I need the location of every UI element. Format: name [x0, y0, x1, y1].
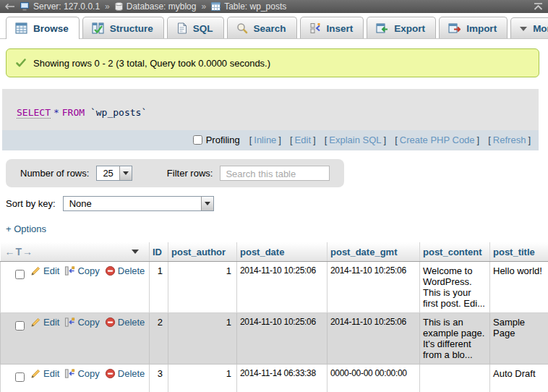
collapse-top-icon[interactable]	[533, 2, 544, 11]
inline-link[interactable]: Inline	[254, 135, 276, 145]
tab-more[interactable]: More	[510, 17, 548, 38]
table-row: EditCopyDelete 1 1 2014-11-10 10:25:06 2…	[1, 262, 548, 313]
cell-id: 1	[150, 262, 168, 313]
copy-link[interactable]: Copy	[77, 368, 99, 379]
bracket: [	[325, 135, 327, 145]
tab-export-label: Export	[394, 23, 425, 34]
delete-link[interactable]: Delete	[118, 265, 145, 276]
edit-pencil-icon	[30, 317, 41, 328]
cell-post-content: Welcome to WordPress. This is your first…	[420, 262, 490, 313]
tab-bar: Browse Structure SQL Search Insert Expor…	[0, 13, 548, 39]
cell-post-date: 2014-11-10 10:25:06	[237, 262, 327, 313]
query-toolbar: Profiling [Inline] [Edit] [Explain SQL] …	[2, 130, 539, 150]
options-caret-icon[interactable]	[132, 250, 139, 254]
column-header-id[interactable]: ID	[150, 242, 168, 262]
insert-icon	[309, 22, 321, 34]
tab-insert-label: Insert	[327, 23, 354, 34]
tab-insert[interactable]: Insert	[300, 17, 364, 38]
breadcrumb-server[interactable]: Server: 127.0.0.1	[20, 1, 100, 12]
bracket: [	[249, 135, 252, 145]
bracket: ]	[384, 135, 387, 145]
edit-link[interactable]: Edit	[43, 368, 59, 379]
number-of-rows-select[interactable]: 25	[96, 166, 132, 181]
tab-structure[interactable]: Structure	[82, 17, 164, 38]
sql-keyword-select: SELECT	[17, 107, 51, 119]
caret-down-icon	[123, 171, 129, 175]
sql-star: *	[51, 107, 62, 118]
inline-link-group: [Inline]	[247, 135, 283, 145]
back-arrow-icon[interactable]	[4, 3, 15, 10]
options-toggle-link[interactable]: + Options	[6, 223, 46, 234]
breadcrumb-table[interactable]: Table: wp_posts	[211, 1, 286, 12]
tab-sql[interactable]: SQL	[167, 17, 224, 38]
row-checkbox[interactable]	[15, 270, 25, 279]
table-icon	[211, 2, 221, 11]
row-actions-cell: EditCopyDelete	[1, 365, 150, 392]
sql-table-identifier: `wp_posts`	[90, 107, 147, 118]
database-icon	[115, 2, 123, 11]
column-header-post-title[interactable]: post_title	[490, 242, 548, 262]
copy-link[interactable]: Copy	[77, 317, 99, 328]
column-move-arrows[interactable]: ←T→	[5, 246, 34, 257]
breadcrumb-bar: Server: 127.0.0.1 » Database: myblog » T…	[0, 0, 548, 13]
caret-down-icon	[205, 202, 210, 205]
cell-post-content: This is an example page. It's different …	[420, 313, 490, 365]
breadcrumb-server-label: Server: 127.0.0.1	[33, 1, 100, 12]
breadcrumb-separator: »	[105, 1, 110, 12]
cell-post-author: 1	[168, 262, 237, 313]
tab-export[interactable]: Export	[367, 17, 436, 38]
profiling-checkbox[interactable]	[193, 135, 202, 145]
table-row: EditCopyDelete 3 1 2014-11-14 06:33:38 0…	[1, 365, 548, 392]
delete-link[interactable]: Delete	[118, 317, 145, 328]
copy-link[interactable]: Copy	[77, 265, 99, 276]
refresh-link[interactable]: Refresh	[493, 135, 526, 145]
create-php-link[interactable]: Create PHP Code	[400, 135, 475, 145]
bracket: [	[395, 135, 398, 145]
bracket: ]	[278, 135, 281, 145]
column-header-post-date[interactable]: post_date	[237, 242, 327, 262]
delete-icon	[105, 368, 116, 379]
success-message-text: Showing rows 0 - 2 (3 total, Query took …	[33, 58, 270, 69]
sort-by-key-select[interactable]: None	[63, 196, 214, 211]
tab-sql-label: SQL	[193, 23, 213, 34]
success-message: Showing rows 0 - 2 (3 total, Query took …	[6, 48, 539, 77]
breadcrumb-database[interactable]: Database: myblog	[115, 1, 197, 12]
bracket: ]	[313, 135, 316, 145]
edit-link[interactable]: Edit	[43, 317, 59, 328]
create-php-link-group: [Create PHP Code]	[393, 135, 481, 145]
filter-rows-input[interactable]	[220, 166, 330, 181]
cell-id: 2	[150, 313, 168, 365]
copy-icon	[64, 265, 75, 276]
tab-import[interactable]: Import	[439, 17, 508, 38]
structure-icon	[92, 22, 104, 34]
tab-browse[interactable]: Browse	[6, 17, 80, 39]
cell-post-title: Sample Page	[490, 313, 548, 365]
cell-id: 3	[150, 365, 168, 392]
edit-query-link[interactable]: Edit	[295, 135, 311, 145]
sql-query-box: SELECT*FROM `wp_posts` Profiling [Inline…	[2, 89, 539, 150]
cell-post-author: 1	[168, 313, 237, 365]
column-header-post-date-gmt[interactable]: post_date_gmt	[327, 242, 420, 262]
search-icon	[236, 22, 248, 34]
column-header-post-author[interactable]: post_author	[168, 242, 237, 262]
bracket: [	[488, 135, 491, 145]
tab-search[interactable]: Search	[227, 17, 297, 38]
server-icon	[20, 2, 30, 11]
browse-icon	[15, 22, 27, 34]
column-header-post-content[interactable]: post_content	[420, 242, 490, 262]
chevron-down-icon	[520, 27, 527, 31]
breadcrumb-separator: »	[201, 1, 206, 12]
cell-post-title: Hello world!	[490, 262, 548, 313]
cell-post-author: 1	[168, 365, 237, 392]
edit-link[interactable]: Edit	[43, 265, 59, 276]
row-checkbox[interactable]	[15, 372, 25, 382]
row-checkbox[interactable]	[15, 321, 25, 331]
cell-post-content	[420, 365, 490, 392]
explain-sql-link[interactable]: Explain SQL	[329, 135, 381, 145]
combo-arrow-button[interactable]	[201, 197, 213, 210]
combo-arrow-button[interactable]	[119, 166, 132, 180]
profiling-label: Profiling	[206, 135, 240, 145]
sort-by-key-label: Sort by key:	[6, 198, 56, 209]
delete-link[interactable]: Delete	[118, 368, 145, 379]
breadcrumb-table-label: Table: wp_posts	[224, 1, 286, 12]
